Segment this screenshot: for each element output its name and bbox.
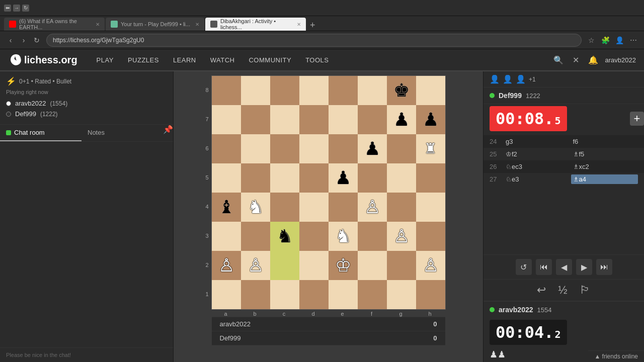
first-move-button[interactable]: ⏮	[536, 259, 552, 275]
sq-f3[interactable]	[358, 222, 387, 251]
sq-a1[interactable]	[212, 280, 241, 309]
sq-e6[interactable]	[329, 134, 358, 163]
sq-c7[interactable]	[270, 105, 299, 134]
sq-d3[interactable]	[299, 222, 329, 251]
sq-h3[interactable]	[416, 222, 445, 251]
next-move-button[interactable]: ▶	[576, 259, 592, 275]
friends-bar[interactable]: ▲ friends online	[588, 350, 644, 362]
notifications-button[interactable]: 🔔	[586, 53, 600, 67]
move-27-black[interactable]: ♗a4	[571, 174, 638, 184]
sq-c3[interactable]: ♞	[270, 222, 299, 251]
sq-e2[interactable]: ♔	[329, 251, 358, 280]
move-26-black[interactable]: ♗xc2	[571, 162, 638, 171]
nav-community[interactable]: COMMUNITY	[242, 49, 298, 71]
bookmark-button[interactable]: ☆	[586, 35, 597, 46]
move-24-white[interactable]: g3	[504, 137, 571, 146]
lichess-logo[interactable]: lichess.org	[8, 53, 77, 67]
browser-reload[interactable]: ↻	[22, 5, 29, 12]
undo-button[interactable]: ↩	[537, 284, 546, 297]
sq-b3[interactable]	[241, 222, 270, 251]
clock-plus-button[interactable]: +	[630, 112, 644, 126]
pin-icon[interactable]: 📌	[163, 125, 173, 141]
sq-d6[interactable]	[299, 134, 329, 163]
draw-button[interactable]: ½	[558, 284, 567, 297]
sq-g3[interactable]: ♙	[387, 222, 416, 251]
sq-g7[interactable]: ♟	[387, 105, 416, 134]
sq-g4[interactable]	[387, 193, 416, 222]
tab-youtube[interactable]: (6) What if EA owns the EARTH... ✕	[4, 18, 105, 31]
sq-f2[interactable]	[358, 251, 387, 280]
sq-d5[interactable]	[299, 163, 329, 193]
nav-tools[interactable]: TOOLS	[298, 49, 336, 71]
resign-button[interactable]: 🏳	[580, 284, 591, 297]
sq-a2[interactable]: ♙	[212, 251, 241, 280]
sq-d8[interactable]	[299, 76, 329, 105]
sq-g6[interactable]	[387, 134, 416, 163]
sq-d4[interactable]	[299, 193, 329, 222]
sq-h6[interactable]: ♜	[416, 134, 445, 163]
sq-c6[interactable]	[270, 134, 299, 163]
back-button[interactable]: ‹	[5, 35, 16, 46]
sq-a5[interactable]	[212, 163, 241, 193]
nav-play[interactable]: PLAY	[90, 49, 121, 71]
notes-tab[interactable]: Notes	[82, 125, 163, 141]
sq-a3[interactable]	[212, 222, 241, 251]
tab-chess-close[interactable]: ✕	[195, 22, 199, 27]
extensions-button[interactable]: 🧩	[600, 35, 611, 46]
sq-f4[interactable]: ♙	[358, 193, 387, 222]
flip-board-button[interactable]: ↺	[516, 259, 532, 275]
sq-c5[interactable]	[270, 163, 299, 193]
sq-h4[interactable]	[416, 193, 445, 222]
sq-b2[interactable]: ♙	[241, 251, 270, 280]
sq-h7[interactable]: ♟	[416, 105, 445, 134]
sq-a7[interactable]	[212, 105, 241, 134]
move-25-black[interactable]: ♗f5	[571, 149, 638, 159]
sq-e5[interactable]: ♟	[329, 163, 358, 193]
sq-a4[interactable]: ♝	[212, 193, 241, 222]
forward-button[interactable]: ›	[18, 35, 29, 46]
sq-f8[interactable]	[358, 76, 387, 105]
sq-e7[interactable]	[329, 105, 358, 134]
move-25-white[interactable]: ♔f2	[504, 149, 571, 159]
sq-a6[interactable]	[212, 134, 241, 163]
move-27-white[interactable]: ♘e3	[504, 174, 571, 184]
sq-f1[interactable]	[358, 280, 387, 309]
sq-c1[interactable]	[270, 280, 299, 309]
sq-g8[interactable]: ♚	[387, 76, 416, 105]
sq-h5[interactable]	[416, 163, 445, 193]
nav-watch[interactable]: WATCH	[203, 49, 242, 71]
sq-a8[interactable]	[212, 76, 241, 105]
tab-youtube-close[interactable]: ✕	[96, 22, 100, 27]
nav-puzzles[interactable]: PUZZLES	[121, 49, 166, 71]
menu-button[interactable]: ⋯	[628, 35, 639, 46]
sq-f7[interactable]	[358, 105, 387, 134]
nav-learn[interactable]: LEARN	[166, 49, 203, 71]
sq-h1[interactable]	[416, 280, 445, 309]
sq-c2[interactable]	[270, 251, 299, 280]
sq-f5[interactable]	[358, 163, 387, 193]
sq-c4[interactable]	[270, 193, 299, 222]
sq-g1[interactable]	[387, 280, 416, 309]
sq-g5[interactable]	[387, 163, 416, 193]
sq-e3[interactable]: ♞	[329, 222, 358, 251]
sq-b7[interactable]	[241, 105, 270, 134]
sq-e1[interactable]	[329, 280, 358, 309]
browser-back[interactable]: ⬅	[4, 5, 11, 12]
new-tab-button[interactable]: +	[307, 20, 318, 31]
sq-h8[interactable]	[416, 76, 445, 105]
sq-b4[interactable]: ♞	[241, 193, 270, 222]
sq-h2[interactable]: ♙	[416, 251, 445, 280]
sq-d2[interactable]	[299, 251, 329, 280]
prev-move-button[interactable]: ◀	[556, 259, 572, 275]
tab-lichess-close[interactable]: ✕	[297, 22, 301, 27]
chat-room-tab[interactable]: Chat room	[0, 125, 82, 141]
sq-f6[interactable]: ♟	[358, 134, 387, 163]
sq-e8[interactable]	[329, 76, 358, 105]
move-26-white[interactable]: ♘ec3	[504, 162, 571, 171]
browser-forward[interactable]: →	[13, 5, 20, 12]
sq-e4[interactable]	[329, 193, 358, 222]
tab-chess[interactable]: Your turn - Play Def999 • li... ✕	[106, 18, 204, 31]
sq-g2[interactable]	[387, 251, 416, 280]
reload-button[interactable]: ↻	[31, 35, 42, 46]
move-24-black[interactable]: f6	[571, 137, 638, 146]
